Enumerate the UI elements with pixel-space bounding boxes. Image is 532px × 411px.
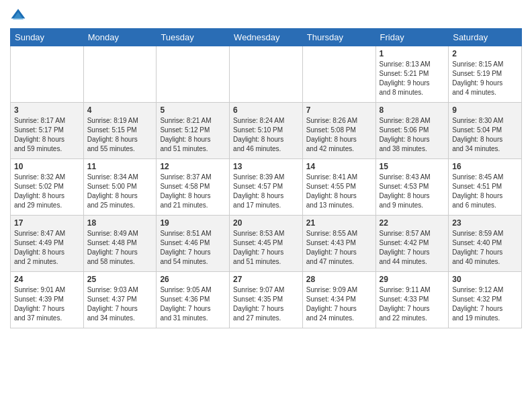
day-info: Sunrise: 8:49 AMSunset: 4:48 PMDaylight:… [87,229,153,267]
calendar-week-4: 17Sunrise: 8:47 AMSunset: 4:49 PMDayligh… [11,216,522,272]
day-number: 21 [306,218,372,228]
calendar-day-2: 2Sunrise: 8:15 AMSunset: 5:19 PMDaylight… [449,46,522,103]
day-number: 5 [160,105,226,115]
day-number: 10 [14,162,80,171]
day-info: Sunrise: 8:59 AMSunset: 4:40 PMDaylight:… [452,229,518,267]
day-number: 6 [233,105,299,115]
day-info: Sunrise: 8:37 AMSunset: 4:58 PMDaylight:… [160,173,226,210]
calendar-day-26: 26Sunrise: 9:05 AMSunset: 4:36 PMDayligh… [157,272,230,328]
calendar-empty [157,46,230,103]
calendar-week-5: 24Sunrise: 9:01 AMSunset: 4:39 PMDayligh… [11,272,522,328]
day-info: Sunrise: 8:21 AMSunset: 5:12 PMDaylight:… [160,116,226,154]
page-container: SundayMondayTuesdayWednesdayThursdayFrid… [0,0,532,411]
day-info: Sunrise: 8:53 AMSunset: 4:45 PMDaylight:… [233,229,299,267]
calendar-day-18: 18Sunrise: 8:49 AMSunset: 4:48 PMDayligh… [83,216,157,272]
day-info: Sunrise: 8:45 AMSunset: 4:51 PMDaylight:… [452,173,518,210]
calendar-day-28: 28Sunrise: 9:09 AMSunset: 4:34 PMDayligh… [302,272,375,328]
day-info: Sunrise: 8:41 AMSunset: 4:55 PMDaylight:… [306,173,372,210]
day-number: 17 [14,218,80,228]
header-monday: Monday [83,29,157,46]
day-number: 29 [380,275,445,284]
calendar-body: 1Sunrise: 8:13 AMSunset: 5:21 PMDaylight… [11,46,522,328]
header-row: SundayMondayTuesdayWednesdayThursdayFrid… [11,29,522,46]
header-sunday: Sunday [11,29,84,46]
day-info: Sunrise: 9:05 AMSunset: 4:36 PMDaylight:… [160,285,226,323]
calendar-day-27: 27Sunrise: 9:07 AMSunset: 4:35 PMDayligh… [230,272,303,328]
day-number: 3 [14,105,80,115]
day-info: Sunrise: 8:51 AMSunset: 4:46 PMDaylight:… [160,229,226,267]
calendar-day-13: 13Sunrise: 8:39 AMSunset: 4:57 PMDayligh… [230,159,303,216]
day-info: Sunrise: 8:15 AMSunset: 5:19 PMDaylight:… [452,60,518,97]
day-number: 9 [452,105,518,115]
calendar-day-10: 10Sunrise: 8:32 AMSunset: 5:02 PMDayligh… [11,159,84,216]
calendar-day-21: 21Sunrise: 8:55 AMSunset: 4:43 PMDayligh… [302,216,375,272]
day-info: Sunrise: 8:43 AMSunset: 4:53 PMDaylight:… [380,173,445,210]
calendar-day-7: 7Sunrise: 8:26 AMSunset: 5:08 PMDaylight… [302,103,375,159]
day-number: 27 [233,275,299,284]
calendar-header: SundayMondayTuesdayWednesdayThursdayFrid… [11,29,522,46]
day-info: Sunrise: 8:19 AMSunset: 5:15 PMDaylight:… [87,116,153,154]
day-number: 30 [452,275,518,284]
calendar-day-20: 20Sunrise: 8:53 AMSunset: 4:45 PMDayligh… [230,216,303,272]
calendar-day-12: 12Sunrise: 8:37 AMSunset: 4:58 PMDayligh… [157,159,230,216]
day-info: Sunrise: 8:34 AMSunset: 5:00 PMDaylight:… [87,173,153,210]
calendar-day-23: 23Sunrise: 8:59 AMSunset: 4:40 PMDayligh… [449,216,522,272]
day-info: Sunrise: 8:47 AMSunset: 4:49 PMDaylight:… [14,229,80,267]
page-header [10,7,522,23]
day-number: 22 [380,218,445,228]
day-info: Sunrise: 8:26 AMSunset: 5:08 PMDaylight:… [306,116,372,154]
calendar-day-1: 1Sunrise: 8:13 AMSunset: 5:21 PMDaylight… [375,46,449,103]
calendar-day-3: 3Sunrise: 8:17 AMSunset: 5:17 PMDaylight… [11,103,84,159]
header-wednesday: Wednesday [230,29,303,46]
header-thursday: Thursday [302,29,375,46]
calendar-day-15: 15Sunrise: 8:43 AMSunset: 4:53 PMDayligh… [375,159,449,216]
day-info: Sunrise: 9:03 AMSunset: 4:37 PMDaylight:… [87,285,153,323]
day-number: 15 [380,162,445,171]
calendar-day-14: 14Sunrise: 8:41 AMSunset: 4:55 PMDayligh… [302,159,375,216]
calendar-day-5: 5Sunrise: 8:21 AMSunset: 5:12 PMDaylight… [157,103,230,159]
day-info: Sunrise: 8:24 AMSunset: 5:10 PMDaylight:… [233,116,299,154]
day-number: 2 [452,49,518,58]
day-number: 8 [380,105,445,115]
day-info: Sunrise: 9:07 AMSunset: 4:35 PMDaylight:… [233,285,299,323]
calendar-empty [11,46,84,103]
day-info: Sunrise: 8:28 AMSunset: 5:06 PMDaylight:… [380,116,445,154]
calendar-day-11: 11Sunrise: 8:34 AMSunset: 5:00 PMDayligh… [83,159,157,216]
header-tuesday: Tuesday [157,29,230,46]
header-friday: Friday [375,29,449,46]
day-number: 16 [452,162,518,171]
calendar-day-25: 25Sunrise: 9:03 AMSunset: 4:37 PMDayligh… [83,272,157,328]
day-number: 4 [87,105,153,115]
calendar-day-29: 29Sunrise: 9:11 AMSunset: 4:33 PMDayligh… [375,272,449,328]
day-info: Sunrise: 8:13 AMSunset: 5:21 PMDaylight:… [380,60,445,97]
day-number: 28 [306,275,372,284]
header-saturday: Saturday [449,29,522,46]
day-number: 26 [160,275,226,284]
day-info: Sunrise: 8:30 AMSunset: 5:04 PMDaylight:… [452,116,518,154]
day-info: Sunrise: 8:17 AMSunset: 5:17 PMDaylight:… [14,116,80,154]
day-info: Sunrise: 9:01 AMSunset: 4:39 PMDaylight:… [14,285,80,323]
day-number: 20 [233,218,299,228]
calendar-day-17: 17Sunrise: 8:47 AMSunset: 4:49 PMDayligh… [11,216,84,272]
day-number: 18 [87,218,153,228]
calendar-week-1: 1Sunrise: 8:13 AMSunset: 5:21 PMDaylight… [11,46,522,103]
calendar-day-6: 6Sunrise: 8:24 AMSunset: 5:10 PMDaylight… [230,103,303,159]
calendar-day-8: 8Sunrise: 8:28 AMSunset: 5:06 PMDaylight… [375,103,449,159]
calendar-empty [230,46,303,103]
day-number: 7 [306,105,372,115]
day-number: 25 [87,275,153,284]
calendar-day-4: 4Sunrise: 8:19 AMSunset: 5:15 PMDaylight… [83,103,157,159]
calendar-day-30: 30Sunrise: 9:12 AMSunset: 4:32 PMDayligh… [449,272,522,328]
day-number: 14 [306,162,372,171]
day-number: 23 [452,218,518,228]
calendar-day-9: 9Sunrise: 8:30 AMSunset: 5:04 PMDaylight… [449,103,522,159]
day-info: Sunrise: 8:57 AMSunset: 4:42 PMDaylight:… [380,229,445,267]
day-number: 24 [14,275,80,284]
day-info: Sunrise: 8:39 AMSunset: 4:57 PMDaylight:… [233,173,299,210]
calendar-day-24: 24Sunrise: 9:01 AMSunset: 4:39 PMDayligh… [11,272,84,328]
day-number: 12 [160,162,226,171]
calendar-day-22: 22Sunrise: 8:57 AMSunset: 4:42 PMDayligh… [375,216,449,272]
day-info: Sunrise: 9:11 AMSunset: 4:33 PMDaylight:… [380,285,445,323]
day-number: 19 [160,218,226,228]
day-info: Sunrise: 8:32 AMSunset: 5:02 PMDaylight:… [14,173,80,210]
